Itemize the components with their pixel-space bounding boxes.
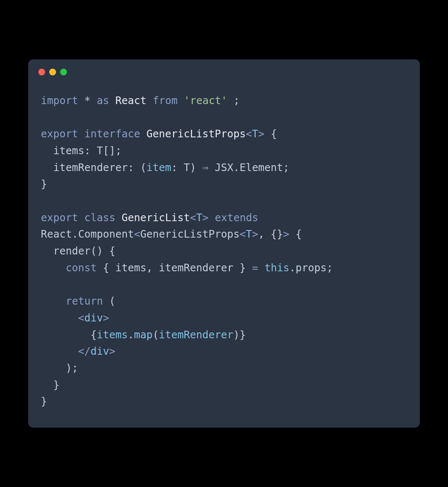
- code-token: GenericList: [122, 211, 190, 224]
- window-titlebar: [28, 59, 420, 75]
- code-token: return: [66, 295, 103, 307]
- code-token: [41, 345, 78, 357]
- code-token: ): [233, 329, 240, 341]
- code-token: as: [97, 94, 109, 107]
- code-token: itemRenderer: [159, 329, 233, 341]
- code-token: (: [153, 329, 159, 341]
- code-token: (: [103, 295, 116, 307]
- code-token: [41, 262, 66, 274]
- code-token: ;: [227, 94, 240, 107]
- code-token: [41, 312, 78, 324]
- code-token: items: [41, 144, 84, 157]
- code-token: >: [103, 312, 109, 324]
- code-token: [41, 295, 66, 307]
- code-token: .: [128, 329, 134, 341]
- code-token: GenericListProps: [147, 128, 246, 140]
- code-token: {: [41, 329, 97, 341]
- code-token: ): [190, 161, 203, 174]
- code-token: GenericListProps: [140, 228, 240, 240]
- code-token: T: [252, 128, 259, 140]
- minimize-icon[interactable]: [49, 69, 56, 75]
- code-token: <: [246, 128, 252, 140]
- code-token: [109, 94, 115, 107]
- code-token: [115, 211, 122, 224]
- code-line: itemRenderer: (item: T) ⇒ JSX.Element;: [41, 159, 407, 176]
- code-line: }: [41, 393, 407, 410]
- code-line: export interface GenericListProps<T> {: [41, 126, 407, 142]
- code-token: interface: [84, 128, 140, 140]
- code-token: [];: [103, 144, 122, 157]
- code-token: }: [240, 329, 246, 341]
- code-token: {: [97, 262, 115, 274]
- code-line: const { items, itemRenderer } = this.pro…: [41, 260, 407, 276]
- code-token: JSX.Element;: [208, 161, 289, 174]
- code-token: );: [41, 362, 78, 374]
- code-line: }: [41, 176, 407, 193]
- code-token: React.Component: [41, 228, 134, 240]
- code-token: }: [233, 262, 252, 274]
- code-token: }: [41, 379, 59, 391]
- code-token: [178, 94, 184, 107]
- code-token: >: [258, 128, 264, 140]
- code-line: items: T[];: [41, 142, 407, 159]
- code-token: , {}: [258, 228, 283, 240]
- code-token: T: [97, 144, 103, 157]
- code-line: );: [41, 360, 407, 377]
- code-editor: import * as React from 'react' ; export …: [28, 75, 420, 410]
- code-token: >: [203, 211, 209, 224]
- code-token: () {: [91, 245, 115, 257]
- code-line: <div>: [41, 310, 407, 326]
- code-token: ,: [147, 262, 159, 274]
- code-token: div: [84, 312, 103, 324]
- code-token: 'react': [184, 94, 227, 107]
- code-token: {: [264, 128, 277, 140]
- code-token: <: [190, 211, 196, 224]
- code-line: return (: [41, 293, 407, 310]
- code-line: import * as React from 'react' ;: [41, 92, 407, 109]
- code-line: [41, 193, 407, 209]
- code-line: }: [41, 377, 407, 393]
- code-token: this: [264, 262, 289, 274]
- code-token: from: [153, 94, 178, 107]
- code-token: ⇒: [203, 161, 209, 174]
- code-token: T: [246, 228, 252, 240]
- code-token: .props;: [289, 262, 333, 274]
- code-token: [78, 211, 85, 224]
- code-token: export: [41, 128, 78, 140]
- code-token: itemRenderer: [159, 262, 233, 274]
- code-token: export: [41, 211, 78, 224]
- close-icon[interactable]: [38, 69, 45, 75]
- code-token: [140, 128, 147, 140]
- code-line: export class GenericList<T> extends: [41, 209, 407, 226]
- code-token: <: [78, 312, 85, 324]
- code-token: T: [196, 211, 203, 224]
- code-token: class: [84, 211, 115, 224]
- code-token: }: [41, 395, 47, 407]
- code-token: [78, 94, 85, 107]
- code-token: : (: [128, 161, 147, 174]
- code-token: :: [171, 161, 184, 174]
- code-token: render: [41, 245, 91, 257]
- code-token: </: [78, 345, 91, 357]
- code-token: T: [184, 161, 190, 174]
- maximize-icon[interactable]: [60, 69, 67, 75]
- code-token: *: [84, 94, 91, 107]
- code-token: {: [289, 228, 302, 240]
- code-token: map: [134, 329, 152, 341]
- code-token: [78, 128, 85, 140]
- code-token: <: [240, 228, 246, 240]
- code-token: >: [109, 345, 115, 357]
- code-token: items: [97, 329, 128, 341]
- code-token: [258, 262, 264, 274]
- code-token: React: [115, 94, 147, 107]
- code-token: =: [252, 262, 259, 274]
- code-token: :: [84, 144, 97, 157]
- code-token: [147, 94, 153, 107]
- code-token: }: [41, 178, 47, 190]
- code-token: [208, 211, 215, 224]
- code-line: React.Component<GenericListProps<T>, {}>…: [41, 226, 407, 243]
- code-line: [41, 276, 407, 293]
- code-token: import: [41, 94, 78, 107]
- code-token: extends: [215, 211, 258, 224]
- code-token: item: [147, 161, 171, 174]
